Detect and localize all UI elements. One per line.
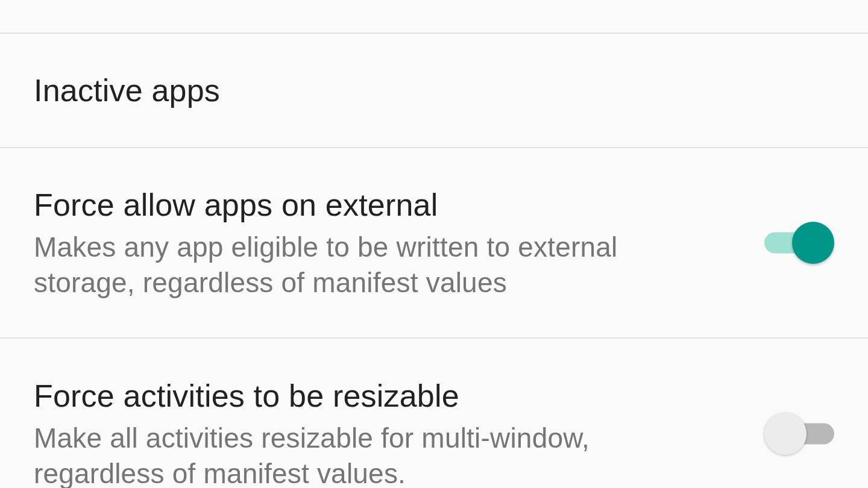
toggle-knob [792,222,834,264]
force-allow-external-row[interactable]: Force allow apps on external Makes any a… [0,148,868,339]
force-resizable-row[interactable]: Force activities to be resizable Make al… [0,339,868,488]
force-resizable-toggle[interactable] [764,412,834,455]
force-resizable-text: Force activities to be resizable Make al… [34,377,685,488]
inactive-apps-title: Inactive apps [34,71,685,110]
inactive-apps-row[interactable]: Inactive apps [0,34,868,148]
force-allow-external-title: Force allow apps on external [34,186,685,225]
force-allow-external-toggle[interactable] [764,221,834,264]
force-allow-external-text: Force allow apps on external Makes any a… [34,186,685,301]
toggle-knob [764,413,807,455]
inactive-apps-text: Inactive apps [34,71,685,110]
force-resizable-desc: Make all activities resizable for multi-… [34,421,685,488]
force-allow-external-desc: Makes any app eligible to be written to … [34,230,685,301]
force-resizable-title: Force activities to be resizable [34,377,685,416]
top-divider [0,0,868,34]
